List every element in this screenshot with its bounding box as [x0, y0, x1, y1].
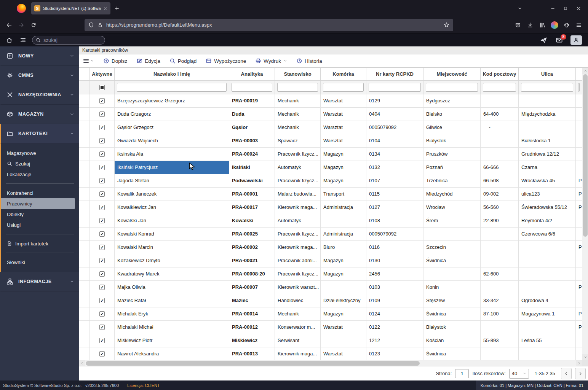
cell-nazwisko[interactable]: Michalski Michał	[115, 320, 229, 334]
cell-ulica[interactable]: Czerwcowa 6/6	[519, 227, 576, 240]
cell-kod[interactable]	[481, 347, 519, 360]
filter-input-ulica[interactable]	[521, 83, 573, 92]
minimize-button[interactable]	[546, 3, 559, 14]
cell-kod[interactable]: 22-890	[481, 214, 519, 227]
cell-aktywne[interactable]	[90, 201, 115, 214]
cell-poczta[interactable]: Po	[576, 240, 582, 254]
cell-aktywne[interactable]	[90, 174, 115, 187]
cell-komorka[interactable]: Administracja	[321, 227, 366, 240]
cell-ulica[interactable]	[519, 254, 576, 267]
cell-komorka[interactable]	[321, 214, 366, 227]
cell-kod[interactable]	[481, 254, 519, 267]
cell-miejscowosc[interactable]: Śrem	[423, 214, 481, 227]
cell-nazwisko[interactable]: Majka Oliwia	[115, 280, 229, 294]
cell-karta[interactable]: 0107	[366, 174, 423, 187]
cell-stanowisko[interactable]: Spawacz	[275, 134, 321, 147]
cell-karta[interactable]: 0134	[366, 147, 423, 161]
cell-analityka[interactable]: PRA-00017	[229, 201, 275, 214]
cell-poczta[interactable]: Po	[576, 307, 582, 320]
sidebar-item-import-kartotek[interactable]: Import kartotek	[1, 238, 79, 249]
browser-tab[interactable]: S StudioSystem.NET (c) Software	[31, 2, 110, 14]
cell-miejscowosc[interactable]	[423, 227, 481, 240]
cell-komorka[interactable]: Transport	[321, 187, 366, 201]
cell-ulica[interactable]: Magazynowa 1	[519, 307, 576, 320]
tab-close-icon[interactable]	[103, 6, 107, 11]
cell-nazwisko[interactable]: Brzęczyszczykiewicz Grzegorz	[115, 94, 229, 107]
row-active-checkbox[interactable]	[99, 258, 105, 263]
cell-poczta[interactable]	[576, 254, 582, 267]
table-row[interactable]: Jagoda StefanPodwawelskiPracownik fizycz…	[79, 174, 582, 187]
cell-kod[interactable]: 56-560	[481, 201, 519, 214]
user-menu-button[interactable]	[570, 35, 582, 45]
cell-miejscowosc[interactable]: Świdnica	[423, 347, 481, 360]
filter-input-poczta[interactable]	[578, 83, 580, 92]
cell-aktywne[interactable]	[90, 347, 115, 360]
table-row[interactable]: Gąsior GrzegorzGąsiorMechanikWarsztat000…	[79, 121, 582, 134]
cell-poczta[interactable]	[576, 161, 582, 174]
cell-aktywne[interactable]	[90, 240, 115, 254]
row-active-checkbox[interactable]	[99, 231, 105, 237]
cell-komorka[interactable]: Magazyn	[321, 267, 366, 280]
wydruk-button[interactable]: Wydruk	[255, 58, 287, 64]
cell-analityka[interactable]: Iksiński	[229, 161, 275, 174]
cell-ulica[interactable]	[519, 121, 576, 134]
cell-ulica[interactable]: Świeradowska 55/12	[519, 201, 576, 214]
cell-analityka[interactable]: Gąsior	[229, 121, 275, 134]
dopisz-button[interactable]: Dopisz	[103, 58, 127, 64]
cell-nazwisko[interactable]: Michalak Eryk	[115, 307, 229, 320]
cell-analityka[interactable]: PRA-00008-20	[229, 267, 275, 280]
cell-aktywne[interactable]	[90, 307, 115, 320]
cell-aktywne[interactable]	[90, 107, 115, 121]
cell-ulica[interactable]: ulica123	[519, 187, 576, 201]
cell-kod[interactable]: 55-893	[481, 334, 519, 347]
vertical-scroll-track[interactable]	[582, 74, 588, 354]
table-row[interactable]: Kozakiewicz DmytoPRA-00021Pracownik admi…	[79, 254, 582, 267]
table-row[interactable]: Duda GrzegorzDudaMechanikWarsztat0404Bie…	[79, 107, 582, 121]
scroll-down-icon[interactable]	[582, 354, 588, 360]
cell-komorka[interactable]: Magazyn	[321, 147, 366, 161]
cell-nazwisko[interactable]: Nawrot Aleksandra	[115, 347, 229, 360]
account-avatar[interactable]	[548, 19, 561, 31]
url-bar[interactable]: https://st.programdemo.pl/DefaultLeftMen…	[85, 19, 453, 31]
cell-nazwisko[interactable]: Kwadratowy Marek	[115, 267, 229, 280]
cell-analityka[interactable]: PRA-00002	[229, 240, 275, 254]
list-all-tabs-icon[interactable]	[513, 3, 526, 14]
cell-poczta[interactable]	[576, 227, 582, 240]
cell-nazwisko[interactable]: Kowalkiewicz Jan	[115, 201, 229, 214]
cell-stanowisko[interactable]: Malarz budowla...	[275, 187, 321, 201]
scroll-up-icon[interactable]	[582, 68, 588, 74]
cell-nazwisko[interactable]: Kozakiewicz Dmyto	[115, 254, 229, 267]
filter-input-komorka[interactable]	[323, 83, 364, 92]
cell-stanowisko[interactable]: Pracownik fizycz...	[275, 147, 321, 161]
cell-aktywne[interactable]	[90, 267, 115, 280]
cell-miejscowosc[interactable]: Poznań	[423, 161, 481, 174]
cell-poczta[interactable]	[576, 107, 582, 121]
next-page-button[interactable]	[575, 368, 586, 379]
sidebar-item-słowniki[interactable]: Słowniki	[1, 257, 79, 267]
row-active-checkbox[interactable]	[99, 298, 105, 303]
row-active-checkbox[interactable]	[99, 165, 105, 170]
cell-poczta[interactable]	[576, 214, 582, 227]
cell-komorka[interactable]: Magazyn	[321, 174, 366, 187]
firefox-logo-icon[interactable]	[17, 4, 26, 13]
cell-kod[interactable]: 87-100	[481, 307, 519, 320]
cell-miejscowosc[interactable]: Szczecin	[423, 240, 481, 254]
page-size-select[interactable]: 40	[509, 369, 529, 379]
cell-ulica[interactable]: Międzychodzka	[519, 107, 576, 121]
column-header-analityka[interactable]: Analityka	[229, 68, 275, 80]
cell-karta[interactable]: 0129	[366, 94, 423, 107]
cell-stanowisko[interactable]: Handlowiec	[275, 294, 321, 307]
cell-nazwisko[interactable]: Gwiazda Wojciech	[115, 134, 229, 147]
sidebar-item-kartoteki[interactable]: KARTOTEKI	[0, 124, 79, 143]
new-tab-button[interactable]	[114, 6, 120, 11]
cell-analityka[interactable]: PRA-00007	[229, 280, 275, 294]
cell-ulica[interactable]: Grudniowa 12/12	[519, 147, 576, 161]
cell-kod[interactable]	[481, 320, 519, 334]
row-active-checkbox[interactable]	[99, 218, 105, 223]
column-header-komorka[interactable]: Komórka	[321, 68, 366, 80]
cell-aktywne[interactable]	[90, 254, 115, 267]
library-icon[interactable]	[536, 19, 548, 31]
cell-ulica[interactable]: Ogrodowa 4	[519, 294, 576, 307]
row-active-checkbox[interactable]	[99, 285, 105, 290]
global-search[interactable]	[32, 36, 105, 45]
